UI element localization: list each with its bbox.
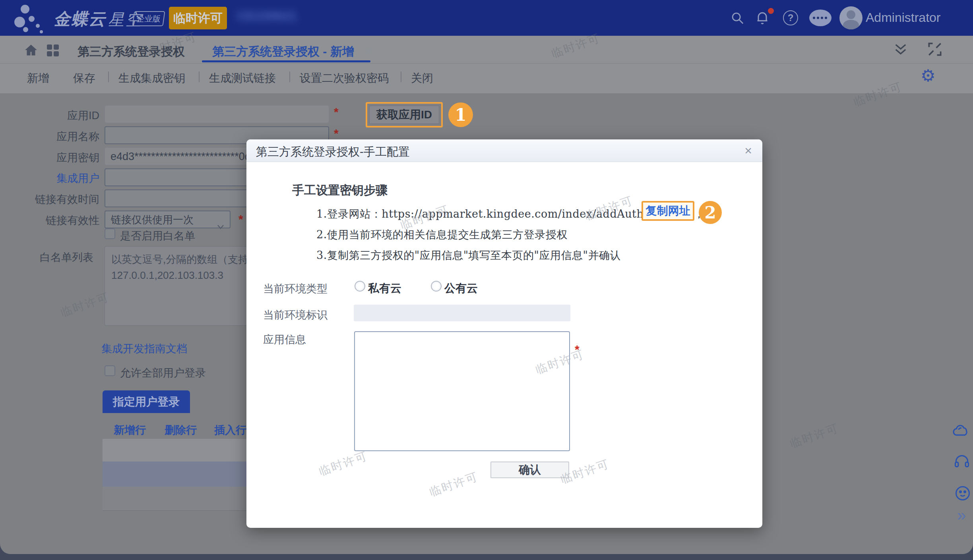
link-validity-select[interactable]: 链接仅供使用一次 xyxy=(105,210,231,228)
toolbar-close-button[interactable]: 关闭 xyxy=(411,71,433,86)
username[interactable]: Administrator xyxy=(866,10,941,25)
app-name-label: 应用名称 xyxy=(30,129,99,144)
whitelist-enable-checkbox[interactable] xyxy=(105,228,115,239)
toolbar-save-button[interactable]: 保存 xyxy=(73,71,95,86)
top-header: 金蝶云 星空 企业版 临时许可 CE230621 ? Administrator xyxy=(0,0,973,36)
collapse-icon[interactable]: » xyxy=(957,506,966,524)
link-validity-value: 链接仅供使用一次 xyxy=(111,214,194,226)
whitelist-label: 白名单列表 xyxy=(24,250,93,265)
dialog-header: 第三方系统登录授权-手工配置 × xyxy=(246,139,762,162)
headset-icon[interactable] xyxy=(953,453,971,472)
toolbar-generate-key-button[interactable]: 生成集成密钥 xyxy=(118,71,185,86)
dev-guide-link[interactable]: 集成开发指南文档 xyxy=(101,342,187,356)
license-badge: 临时许可 xyxy=(169,7,227,29)
step-3: 3.复制第三方授权的"应用信息"填写至本页的"应用信息"并确认 xyxy=(316,248,621,263)
chevron-double-down-icon[interactable] xyxy=(892,41,909,59)
add-row-link[interactable]: 新增行 xyxy=(114,423,146,437)
private-cloud-label: 私有云 xyxy=(368,281,401,296)
public-cloud-label: 公有云 xyxy=(444,281,478,296)
env-type-label: 当前环境类型 xyxy=(263,282,328,296)
brand-title: 金蝶云 xyxy=(54,8,106,30)
confirm-button[interactable]: 确认 xyxy=(490,462,569,478)
avatar[interactable] xyxy=(839,6,863,29)
link-valid-time-label: 链接有效时间 xyxy=(30,192,99,207)
notification-dot xyxy=(768,8,774,14)
home-icon[interactable] xyxy=(24,43,38,59)
help-icon[interactable]: ? xyxy=(783,10,798,25)
annotation-badge-1: 1 xyxy=(448,102,473,127)
insert-row-link[interactable]: 插入行 xyxy=(214,423,246,437)
toolbar-generate-test-link-button[interactable]: 生成测试链接 xyxy=(209,71,276,86)
tab-toolbar-strip: 第三方系统登录授权 第三方系统登录授权 - 新增 × 新增 保存 生成集成密钥 … xyxy=(0,36,973,93)
app-info-label: 应用信息 xyxy=(263,332,306,347)
app-id-label: 应用ID xyxy=(30,108,99,123)
assistant-icon[interactable] xyxy=(809,10,832,26)
required-asterisk: * xyxy=(334,105,339,119)
required-asterisk: * xyxy=(238,212,243,226)
app-secret-label: 应用密钥 xyxy=(30,151,99,165)
allow-all-users-checkbox[interactable] xyxy=(105,365,115,376)
dialog-title: 第三方系统登录授权-手工配置 xyxy=(256,144,410,160)
steps-heading: 手工设置密钥步骤 xyxy=(292,182,388,199)
search-icon[interactable] xyxy=(730,10,745,27)
chevron-down-icon xyxy=(217,217,224,222)
delete-row-link[interactable]: 删除行 xyxy=(165,423,197,437)
get-app-id-button-label: 获取应用ID xyxy=(369,106,439,124)
smiley-icon[interactable] xyxy=(954,485,971,504)
edition-badge: 企业版 xyxy=(132,11,165,26)
toolbar-set-secondary-password-button[interactable]: 设置二次验权密码 xyxy=(300,71,389,86)
gear-icon[interactable]: ⚙ xyxy=(921,68,936,84)
public-cloud-radio[interactable] xyxy=(431,281,442,292)
required-asterisk: * xyxy=(334,127,339,140)
toolbar-new-button[interactable]: 新增 xyxy=(27,71,49,86)
annotation-badge-2: 2 xyxy=(699,201,722,224)
private-cloud-radio[interactable] xyxy=(355,281,365,292)
step-2: 2.使用当前环境的相关信息提交生成第三方登录授权 xyxy=(316,228,568,242)
fullscreen-icon[interactable] xyxy=(926,41,944,60)
integration-user-link[interactable]: 集成用户 xyxy=(30,171,99,185)
app-id-input[interactable] xyxy=(105,105,329,123)
env-id-label: 当前环境标识 xyxy=(263,308,328,322)
dialog-close-icon[interactable]: × xyxy=(744,143,752,158)
copy-url-button[interactable]: 复制网址 xyxy=(642,201,694,221)
tab-close-icon[interactable]: × xyxy=(365,44,372,58)
link-validity-label: 链接有效性 xyxy=(30,213,99,228)
get-app-id-button[interactable]: 获取应用ID xyxy=(366,102,443,127)
active-tab-underline xyxy=(202,60,370,62)
app-window: 金蝶云 星空 企业版 临时许可 CE230621 ? Administrator xyxy=(0,0,973,560)
env-id-input[interactable] xyxy=(354,305,570,321)
obscured-license-code: CE230621 xyxy=(237,9,297,23)
allow-all-users-label: 允许全部用户登录 xyxy=(120,366,206,380)
whitelist-enable-label: 是否启用白名单 xyxy=(120,229,195,243)
app-info-textarea[interactable] xyxy=(354,331,570,451)
tab-third-party-auth-new[interactable]: 第三方系统登录授权 - 新增 xyxy=(212,44,354,60)
assign-user-login-tab[interactable]: 指定用户登录 xyxy=(103,390,190,413)
cloud-icon[interactable] xyxy=(952,423,971,439)
